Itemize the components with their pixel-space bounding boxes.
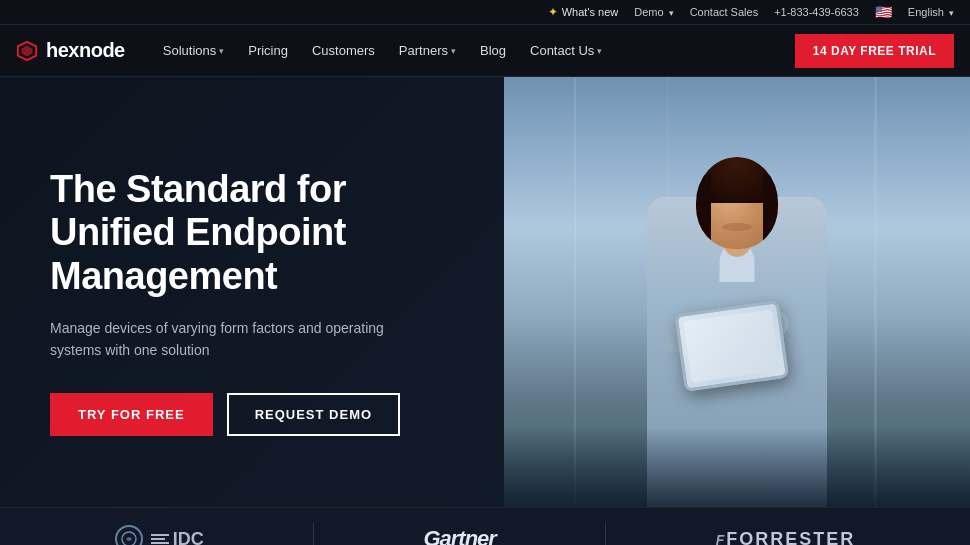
trial-button[interactable]: 14 DAY FREE TRIAL [795, 34, 954, 68]
request-demo-button[interactable]: REQUEST DEMO [227, 393, 400, 436]
try-for-free-button[interactable]: TRY FOR FREE [50, 393, 213, 436]
chevron-down-icon: ▾ [597, 46, 602, 56]
hero-section: The Standard for Unified Endpoint Manage… [0, 77, 970, 507]
hexnode-hex-icon [16, 40, 38, 62]
hero-title: The Standard for Unified Endpoint Manage… [50, 168, 464, 299]
logos-divider-2 [605, 523, 606, 545]
nav-partners[interactable]: Partners ▾ [389, 37, 466, 64]
idc-circle-icon [115, 525, 143, 545]
whats-new-section[interactable]: ✦ What's new [548, 5, 619, 19]
top-announcement-bar: ✦ What's new Demo ▾ Contact Sales +1-833… [0, 0, 970, 25]
whats-new-label: What's new [562, 6, 619, 18]
forrester-logo: FFORRESTER [716, 529, 856, 546]
hexnode-logo[interactable]: hexnode [16, 39, 153, 62]
nav-solutions[interactable]: Solutions ▾ [153, 37, 234, 64]
contact-sales-link[interactable]: Contact Sales [690, 6, 758, 18]
nav-blog[interactable]: Blog [470, 37, 516, 64]
hero-image-area [504, 77, 970, 507]
nav-contact-us[interactable]: Contact Us ▾ [520, 37, 612, 64]
language-link[interactable]: English ▾ [908, 6, 954, 18]
hero-buttons: TRY FOR FREE REQUEST DEMO [50, 393, 464, 436]
chevron-down-icon: ▾ [451, 46, 456, 56]
demo-link[interactable]: Demo ▾ [634, 6, 673, 18]
star-icon: ✦ [548, 5, 558, 19]
phone-link[interactable]: +1-833-439-6633 [774, 6, 859, 18]
idc-logo: IDC [151, 529, 204, 546]
chevron-down-icon: ▾ [219, 46, 224, 56]
logos-bar: IDC Gartner FFORRESTER [0, 507, 970, 545]
nav-pricing[interactable]: Pricing [238, 37, 298, 64]
hero-subtitle: Manage devices of varying form factors a… [50, 317, 430, 362]
hero-content: The Standard for Unified Endpoint Manage… [0, 77, 504, 507]
svg-marker-1 [22, 45, 33, 56]
gartner-logo: Gartner [423, 526, 495, 545]
flag-icon: 🇺🇸 [875, 4, 892, 20]
idc-lines-icon [151, 534, 169, 544]
hero-image [504, 77, 970, 507]
logo-text: hexnode [46, 39, 125, 62]
nav-links: Solutions ▾ Pricing Customers Partners ▾… [153, 37, 795, 64]
nav-customers[interactable]: Customers [302, 37, 385, 64]
idc-logo-group: IDC [115, 525, 204, 545]
main-nav: hexnode Solutions ▾ Pricing Customers Pa… [0, 25, 970, 77]
logos-divider-1 [313, 523, 314, 545]
